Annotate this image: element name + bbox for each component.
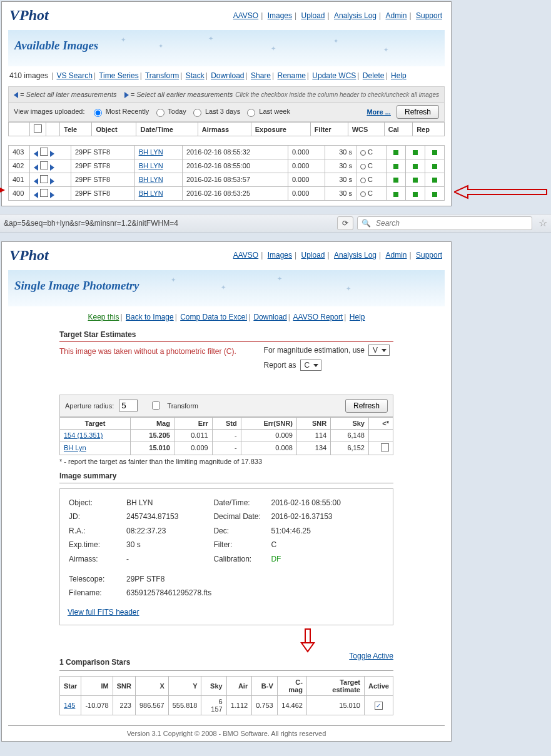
report-as-select[interactable]: C <box>300 360 321 371</box>
toggle-active-link[interactable]: Toggle Active <box>349 652 393 660</box>
target-link[interactable]: 154 (15.351) <box>64 431 103 439</box>
toolbar: 410 images| VS Search| Time Series| Tran… <box>2 68 451 84</box>
select-bar: = Select all later measurements = Select… <box>8 86 445 103</box>
fainter-checkbox[interactable] <box>381 443 389 451</box>
select-later-label: = Select all later measurements <box>20 91 116 98</box>
triangle-right-icon[interactable] <box>124 92 129 98</box>
table-row[interactable]: 402 29PF STF8 BH LYN 2016-02-16 08:55:00… <box>9 159 445 173</box>
select-earlier-label: = Select all earlier measurements <box>131 91 233 98</box>
prev-icon[interactable] <box>34 151 38 157</box>
row-checkbox[interactable] <box>40 148 48 156</box>
svg-rect-2 <box>305 629 310 643</box>
tool-download[interactable]: Download <box>211 71 244 80</box>
vphot-logo: VPhot <box>9 7 49 24</box>
copyright: Version 3.1 Copyright © 2008 - BMO Softw… <box>8 725 445 737</box>
target-row: 154 (15.351) 15.205 0.011 - 0.009 114 6,… <box>60 429 393 441</box>
tool-help[interactable]: Help <box>391 71 407 80</box>
comp-row: 145 -10.078 223 986.567 555.818 6 157 1.… <box>60 696 393 715</box>
report-as-label: Report as <box>264 361 296 370</box>
table-row[interactable]: 403 29PF STF8 BH LYN 2016-02-16 08:55:32… <box>9 145 445 159</box>
comp-stars-table: Star IM SNR X Y Sky Air B-V C-mag Target… <box>59 676 393 715</box>
sub-nav: Keep this| Back to Image| Comp Data to E… <box>2 308 451 324</box>
svg-marker-3 <box>301 643 314 652</box>
tool-rename[interactable]: Rename <box>278 71 306 80</box>
view-fits-header-link[interactable]: View full FITS header <box>68 606 139 618</box>
table-row[interactable]: 401 29PF STF8 BH LYN 2016-02-16 08:53:57… <box>9 173 445 186</box>
svg-marker-1 <box>0 187 5 193</box>
comp-excel-link[interactable]: Comp Data to Excel <box>180 313 247 321</box>
transform-label: Transform <box>167 402 198 410</box>
target-link[interactable]: BH Lyn <box>64 444 86 451</box>
bookmark-star-icon[interactable]: ☆ <box>538 217 547 229</box>
object-link[interactable]: BH LYN <box>139 148 163 156</box>
search-box[interactable]: 🔍 <box>357 216 532 230</box>
help-link[interactable]: Help <box>350 313 365 321</box>
refresh-button[interactable]: Refresh <box>397 105 439 119</box>
banner-title-2: Single Image Photometry <box>14 279 139 293</box>
image-summary: Object:BH LYN Date/Time:2016-02-16 08:55… <box>59 488 393 625</box>
check-all[interactable] <box>34 124 42 133</box>
tool-stack[interactable]: Stack <box>186 71 205 80</box>
filter-today[interactable] <box>156 109 164 117</box>
filter-label: View images uploaded: <box>14 108 85 115</box>
target-table: Target Mag Err Std Err(SNR) SNR Sky <* 1… <box>59 417 393 455</box>
target-footnote: * - report the target as fainter than th… <box>59 458 393 465</box>
filter-3days[interactable] <box>193 109 201 117</box>
aperture-label: Aperture radius: <box>65 402 114 410</box>
comp-stars-heading: 1 Comparison Stars <box>59 658 130 667</box>
aavso-report-link[interactable]: AAVSO Report <box>293 313 343 321</box>
aperture-input[interactable] <box>119 400 138 411</box>
more-link[interactable]: More ... <box>366 108 391 116</box>
triangle-left-icon[interactable] <box>14 92 18 98</box>
banner: Available Images ✦✦ ✦✦ ✦✦ <box>8 30 445 66</box>
reload-button[interactable]: ⟳ <box>337 216 353 230</box>
next-icon[interactable] <box>50 151 54 157</box>
banner-title: Available Images <box>14 39 98 53</box>
tool-time-series[interactable]: Time Series <box>99 71 139 80</box>
filter-warning: This image was taken without a photometr… <box>59 347 451 356</box>
tool-share[interactable]: Share <box>251 71 271 80</box>
upload-filter-bar: View images uploaded: Most Recently Toda… <box>8 103 445 122</box>
top-nav: AAVSO| Images| Upload| Analysis Log| Adm… <box>232 11 443 20</box>
table-row[interactable]: 400 29PF STF8 BH LYN 2016-02-16 08:53:25… <box>9 186 445 200</box>
reload-icon: ⟳ <box>342 219 348 228</box>
images-table: Tele Object Date/Time Airmass Exposure F… <box>8 122 445 145</box>
nav-images[interactable]: Images <box>268 11 292 20</box>
filter-icon <box>360 150 366 156</box>
svg-marker-0 <box>454 186 547 198</box>
image-count: 410 images <box>9 71 48 80</box>
nav-upload[interactable]: Upload <box>301 11 325 20</box>
target-estimates-heading: Target Star Estimates <box>59 330 451 339</box>
refresh-button-2[interactable]: Refresh <box>345 399 388 413</box>
top-nav-2: AAVSO| Images| Upload| Analysis Log| Adm… <box>232 251 443 260</box>
filter-lastweek[interactable] <box>247 109 255 117</box>
wcs-ok-icon <box>393 150 398 155</box>
rep-ok-icon <box>432 150 437 155</box>
comp-star-link[interactable]: 145 <box>64 702 75 709</box>
url-fragment: &ap=5&seq=bh+lyn&sr=9&minsnr=1.2&initFWH… <box>4 219 178 228</box>
target-row: BH Lyn 15.010 0.009 - 0.008 134 6,152 <box>60 441 393 455</box>
tool-delete[interactable]: Delete <box>363 71 385 80</box>
back-to-image-link[interactable]: Back to Image <box>126 313 174 321</box>
address-bar: &ap=5&seq=bh+lyn&sr=9&minsnr=1.2&initFWH… <box>0 214 551 233</box>
transform-checkbox[interactable] <box>152 401 160 410</box>
banner-2: Single Image Photometry ✦✦ ✦✦ <box>8 270 445 306</box>
search-input[interactable] <box>375 218 528 228</box>
keep-this-link[interactable]: Keep this <box>88 313 119 321</box>
nav-admin[interactable]: Admin <box>385 11 407 20</box>
annotation-marker <box>0 184 6 197</box>
mag-est-label: For magnitude estimation, use <box>264 346 365 355</box>
download-link[interactable]: Download <box>253 313 286 321</box>
cal-ok-icon <box>413 150 418 155</box>
nav-aavso[interactable]: AAVSO <box>233 11 258 20</box>
image-summary-heading: Image summary <box>59 471 451 480</box>
mag-est-select[interactable]: V <box>368 345 390 356</box>
images-rows: 403 29PF STF8 BH LYN 2016-02-16 08:55:32… <box>8 145 445 201</box>
filter-most-recently[interactable] <box>94 109 102 117</box>
nav-analysis-log[interactable]: Analysis Log <box>334 11 377 20</box>
nav-support[interactable]: Support <box>416 11 442 20</box>
active-checkbox[interactable]: ✓ <box>375 702 383 710</box>
tool-transform[interactable]: Transform <box>145 71 179 80</box>
tool-update-wcs[interactable]: Update WCS <box>312 71 356 80</box>
tool-vs-search[interactable]: VS Search <box>57 71 93 80</box>
